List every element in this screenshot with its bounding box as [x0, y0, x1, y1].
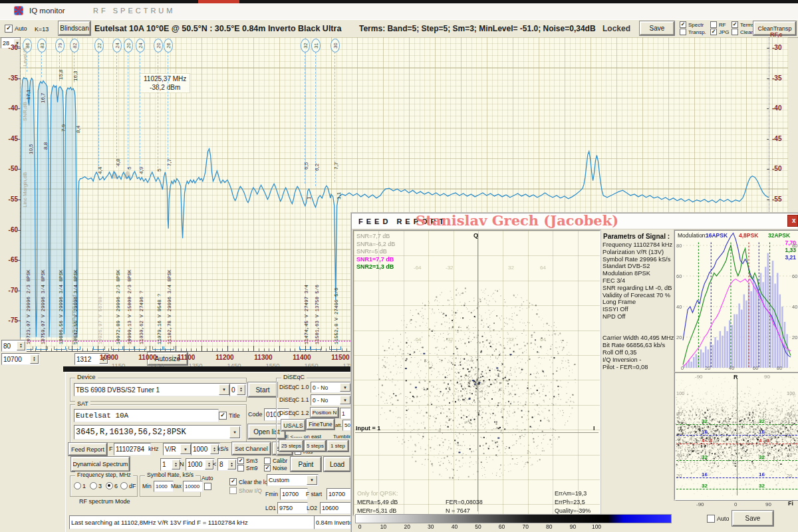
- clear-loop-box[interactable]: ✓: [229, 478, 237, 485]
- calibr-checkbox[interactable]: Calibr: [264, 458, 287, 464]
- chevron-down-icon[interactable]: ▼: [219, 384, 229, 395]
- show-iq-box[interactable]: [229, 487, 237, 494]
- fstart-spinner[interactable]: 10700▲▼: [1, 353, 40, 365]
- clean-checkbox-box[interactable]: [732, 29, 738, 35]
- constellation-grid-label: 64: [540, 336, 546, 342]
- lo1-field[interactable]: 9750: [277, 502, 308, 514]
- jpg-checkbox[interactable]: ✓JPG: [710, 29, 730, 35]
- auto-sr-checkbox-box[interactable]: [204, 483, 211, 490]
- clean-checkbox[interactable]: Clean: [732, 29, 754, 35]
- lo2-field[interactable]: 10600: [320, 502, 354, 514]
- fstart-field[interactable]: 10700: [327, 488, 354, 500]
- radio-3[interactable]: 3: [90, 482, 102, 489]
- radio-6-circle[interactable]: [106, 482, 113, 489]
- spectr-checkbox-box[interactable]: ✓: [680, 21, 686, 28]
- radio-df-circle[interactable]: [120, 482, 128, 489]
- close-icon[interactable]: x: [787, 215, 798, 227]
- fstart-spinner-arrows[interactable]: ▲▼: [30, 354, 39, 364]
- paint-button[interactable]: Paint: [291, 457, 321, 471]
- feed-title-bar[interactable]: FEED REPORT Stanislav Grech (Jacobek) x: [352, 213, 797, 229]
- spectr-checkbox[interactable]: ✓Spectr: [680, 21, 704, 28]
- transp-checkbox[interactable]: Transp.: [680, 29, 706, 35]
- blindscan-button[interactable]: Blindscan: [59, 21, 90, 35]
- start-button[interactable]: Start: [248, 382, 277, 397]
- phase-threshold-label: 32: [759, 418, 765, 424]
- finetune-button[interactable]: FineTune: [307, 419, 334, 430]
- chevron-down-icon[interactable]: ▼: [229, 426, 240, 438]
- chevron-down-icon[interactable]: ▼: [180, 444, 191, 454]
- frequency-field[interactable]: 11102784: [114, 443, 151, 456]
- sm3-checkbox-box[interactable]: ✓: [237, 458, 244, 464]
- usals-button[interactable]: USALS: [281, 420, 305, 431]
- radio-6[interactable]: 6: [106, 482, 118, 489]
- auto-checkbox[interactable]: ✓Auto: [5, 25, 27, 33]
- steps5-button[interactable]: 5 steps: [305, 440, 326, 452]
- status-bar: Last searching at 11102,8MHz V/R 13V Fin…: [69, 515, 315, 529]
- sm9-checkbox-box[interactable]: [237, 465, 244, 471]
- terms-checkbox-box[interactable]: ✓: [732, 21, 738, 28]
- sm9-checkbox[interactable]: Sm9: [237, 465, 257, 471]
- n8-spinner[interactable]: 8▲▼: [217, 458, 237, 471]
- noise-checkbox-box[interactable]: ✓: [264, 465, 271, 471]
- load-button[interactable]: Load: [324, 457, 350, 471]
- diseqc11-combo[interactable]: 0 - No▼: [311, 394, 352, 406]
- terms-checkbox[interactable]: ✓Terms: [732, 21, 755, 28]
- symbolrate-spinner[interactable]: 1000▲▼: [191, 443, 220, 456]
- feed-report-button[interactable]: Feed Report: [68, 443, 107, 456]
- histogram-bar: [702, 352, 704, 368]
- constellation-grid-label: -64: [414, 265, 422, 271]
- n1-spinner[interactable]: 1▲▼: [160, 458, 182, 471]
- save-button[interactable]: Save: [640, 21, 674, 35]
- steps25-button[interactable]: 25 steps: [279, 440, 303, 452]
- diseqc10-combo[interactable]: 0 - No▼: [311, 382, 352, 393]
- auto-checkbox-box[interactable]: ✓: [5, 25, 13, 33]
- phase-auto-checkbox[interactable]: Auto: [707, 515, 730, 523]
- sm3-label: Sm3: [246, 458, 257, 464]
- transponder-combo[interactable]: 3645,R,16130,56,S2;8PSK▼: [74, 425, 241, 440]
- quality-scale-label: 90: [566, 523, 579, 530]
- phase-save-button[interactable]: Save: [732, 511, 773, 526]
- max-field[interactable]: 10000: [183, 481, 203, 492]
- steps1-button[interactable]: 1 step: [327, 440, 348, 452]
- level-spinner-arrows[interactable]: ▲▼: [17, 341, 25, 350]
- show-iq-checkbox[interactable]: Show I/Q: [229, 487, 262, 494]
- rf-checkbox-box[interactable]: [710, 21, 717, 28]
- title-checkbox-box[interactable]: ✓: [219, 412, 227, 420]
- screen-title: RF SPECTRUM: [93, 7, 175, 15]
- title-checkbox[interactable]: ✓Title: [219, 412, 240, 420]
- histogram-bar: [733, 315, 735, 368]
- custom-combo[interactable]: Custom▼: [267, 474, 319, 486]
- sm3-checkbox[interactable]: ✓Sm3: [237, 458, 257, 464]
- position-n-button[interactable]: Position N: [311, 408, 338, 418]
- jpg-checkbox-box[interactable]: ✓: [710, 29, 717, 35]
- set-channel-button[interactable]: Set Channel: [232, 442, 271, 455]
- n8-arrows[interactable]: ▲▼: [227, 460, 236, 469]
- radio-1-circle[interactable]: [74, 482, 81, 489]
- lo2-label: LO2: [307, 505, 317, 511]
- fmin-field[interactable]: 10700: [280, 488, 308, 500]
- polarization-combo[interactable]: V/R▼: [163, 443, 192, 456]
- radio-1[interactable]: 1: [74, 482, 86, 489]
- input-label: Input = 1: [356, 425, 380, 432]
- chevron-down-icon[interactable]: ▼: [340, 396, 350, 404]
- chevron-down-icon[interactable]: ▼: [340, 383, 350, 392]
- device-combo[interactable]: TBS 6908 DVBS/S2 Tuner 1▼: [74, 383, 231, 396]
- radio-3-circle[interactable]: [90, 482, 97, 489]
- position-field[interactable]: 1: [340, 408, 352, 419]
- n1000-spinner[interactable]: 1000▲▼: [186, 458, 215, 471]
- transponder-level-badge: 30: [331, 39, 340, 53]
- sat-name-field[interactable]: Eutelsat 10A: [74, 409, 219, 422]
- device-num-arrows[interactable]: ▲▼: [237, 384, 245, 395]
- calibr-checkbox-box[interactable]: [264, 458, 271, 464]
- noise-checkbox[interactable]: ✓Noise: [264, 465, 287, 471]
- chevron-down-icon[interactable]: ▼: [307, 475, 317, 485]
- rf-checkbox[interactable]: RF: [710, 21, 726, 28]
- dynamical-spectrum-button[interactable]: Dynamical Spectrum: [71, 457, 130, 471]
- auto-sr-checkbox[interactable]: [204, 483, 213, 490]
- level-spinner[interactable]: 80▲▼: [1, 340, 27, 352]
- device-num-spinner[interactable]: 0▲▼: [229, 383, 247, 396]
- phase-threshold-line: [676, 460, 797, 461]
- radio-df[interactable]: dF: [120, 482, 136, 489]
- transp-checkbox-box[interactable]: [680, 29, 686, 35]
- phase-auto-box[interactable]: [707, 515, 715, 523]
